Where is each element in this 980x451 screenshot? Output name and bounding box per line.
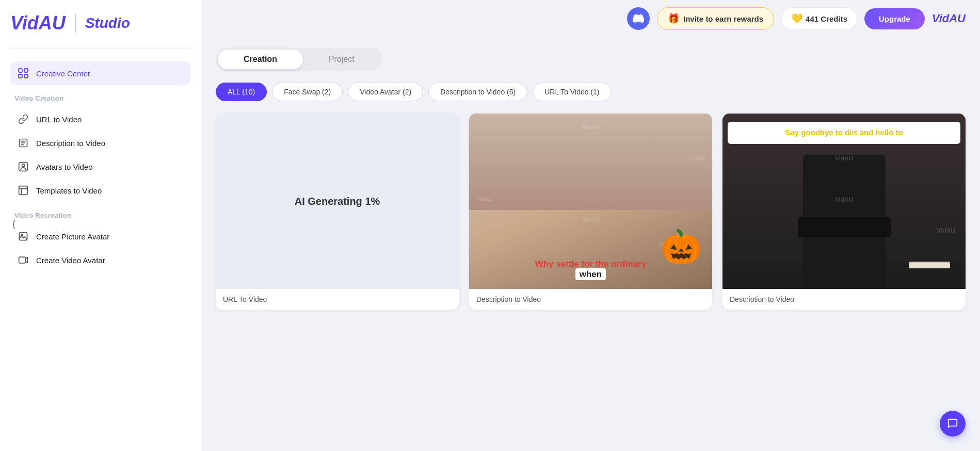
nav-item-templates-to-video[interactable]: Templates to Video — [10, 179, 190, 202]
filter-all[interactable]: ALL (10) — [216, 83, 267, 101]
svg-rect-10 — [19, 257, 26, 263]
vidau-header-logo: VidAU — [932, 12, 966, 25]
main-area: 🎁 Invite to earn rewards 💛 441 Credits U… — [201, 0, 980, 451]
filter-chips: ALL (10) Face Swap (2) Video Avatar (2) … — [216, 83, 966, 101]
nav-item-create-video-avatar[interactable]: Create Video Avatar — [10, 248, 190, 272]
avatars-to-video-label: Avatars to Video — [36, 163, 93, 171]
video-card-halloween[interactable]: VidAU VidAU VidAU VidAU VidAU 🎃 Why sett… — [469, 114, 712, 310]
tab-creation[interactable]: Creation — [218, 50, 303, 69]
discord-button[interactable] — [627, 7, 650, 30]
filter-description-to-video[interactable]: Description to Video (5) — [428, 83, 527, 101]
svg-rect-8 — [20, 233, 27, 240]
filter-url-to-video[interactable]: URL To Video (1) — [533, 83, 611, 101]
svg-point-6 — [22, 164, 25, 167]
generating-text: AI Generating 1% — [295, 196, 380, 207]
watermark-dark-mid: VidAU — [835, 196, 854, 203]
creative-center-label: Creative Center — [36, 69, 90, 78]
create-picture-avatar-label: Create Picture Avatar — [36, 232, 109, 241]
watermark-dark-right: VidAU — [937, 227, 955, 234]
sidebar: VidAU Studio Creative Center Video Creat… — [0, 0, 201, 451]
watermark-center-mid: VidAU — [582, 217, 599, 223]
filter-face-swap[interactable]: Face Swap (2) — [272, 83, 343, 101]
brand-logo: VidAU — [10, 12, 66, 34]
generating-thumb: AI Generating 1% — [216, 114, 459, 289]
avatar-icon — [18, 161, 29, 172]
description-icon — [18, 137, 29, 149]
dark-suit-caption: Say goodbye to dirt and hello to — [728, 122, 960, 144]
svg-rect-1 — [24, 69, 28, 72]
grid-icon — [18, 68, 29, 79]
card-2-label: Description to Video — [469, 289, 712, 310]
url-to-video-label: URL to Video — [36, 115, 82, 124]
header: 🎁 Invite to earn rewards 💛 441 Credits U… — [201, 0, 980, 37]
upgrade-button[interactable]: Upgrade — [864, 8, 925, 29]
video-recreation-section-label: Video Recreation — [14, 212, 190, 219]
video-avatar-icon — [18, 254, 29, 266]
logo-divider — [75, 14, 76, 33]
templates-to-video-label: Templates to Video — [36, 186, 102, 195]
dark-suit-thumb: VidAU VidAU VidAU Say goodbye to dirt an… — [722, 114, 966, 289]
dark-suit-caption-text: Say goodbye to dirt and hello to — [735, 127, 953, 139]
watermark-left-mid: VidAU — [476, 196, 493, 202]
filter-video-avatar[interactable]: Video Avatar (2) — [348, 83, 423, 101]
video-creation-section-label: Video Creation — [14, 94, 190, 102]
product-name: Studio — [85, 15, 130, 31]
why-text: Why settle for the ordinary — [535, 259, 646, 269]
video-card-dark-suit[interactable]: VidAU VidAU VidAU Say goodbye to dirt an… — [722, 114, 966, 310]
invite-rewards-button[interactable]: 🎁 Invite to earn rewards — [657, 7, 774, 30]
description-to-video-label: Description to Video — [36, 139, 105, 148]
invite-label: Invite to earn rewards — [683, 14, 763, 23]
svg-rect-2 — [19, 74, 22, 78]
svg-rect-0 — [19, 69, 22, 72]
halloween-caption: Why settle for the ordinary when — [469, 255, 712, 284]
watermark-right: VidAU — [688, 155, 705, 161]
create-video-avatar-label: Create Video Avatar — [36, 256, 105, 265]
halloween-thumb: VidAU VidAU VidAU VidAU VidAU 🎃 Why sett… — [469, 114, 712, 289]
card-1-label: URL To Video — [216, 289, 459, 310]
logo-area: VidAU Studio — [10, 12, 190, 49]
chat-button[interactable] — [940, 411, 966, 437]
template-icon — [18, 185, 29, 196]
watermark-top-center: VidAU — [582, 124, 599, 130]
svg-rect-7 — [19, 186, 28, 195]
video-card-generating[interactable]: AI Generating 1% URL To Video — [216, 114, 459, 310]
svg-point-9 — [21, 234, 23, 236]
watermark-dark-center: VidAU — [835, 155, 854, 162]
video-grid: AI Generating 1% URL To Video — [216, 114, 966, 310]
content-area: Creation Project ALL (10) Face Swap (2) … — [201, 37, 980, 451]
tab-bar: Creation Project — [216, 47, 382, 71]
nav-item-create-picture-avatar[interactable]: Create Picture Avatar — [10, 224, 190, 248]
nav-item-creative-center[interactable]: Creative Center — [10, 61, 190, 85]
nav-item-url-to-video[interactable]: URL to Video — [10, 107, 190, 131]
link-icon — [18, 114, 29, 125]
credits-icon: 💛 — [791, 13, 802, 24]
svg-rect-3 — [24, 74, 28, 78]
credits-display: 💛 441 Credits — [781, 7, 857, 30]
gift-icon: 🎁 — [668, 13, 679, 24]
credits-value: 441 Credits — [806, 14, 847, 23]
nav-item-avatars-to-video[interactable]: Avatars to Video — [10, 155, 190, 179]
card-3-label: Description to Video — [722, 289, 966, 310]
picture-avatar-icon — [18, 231, 29, 242]
nav-item-description-to-video[interactable]: Description to Video — [10, 131, 190, 155]
when-text: when — [575, 268, 606, 280]
tab-project[interactable]: Project — [303, 50, 380, 69]
